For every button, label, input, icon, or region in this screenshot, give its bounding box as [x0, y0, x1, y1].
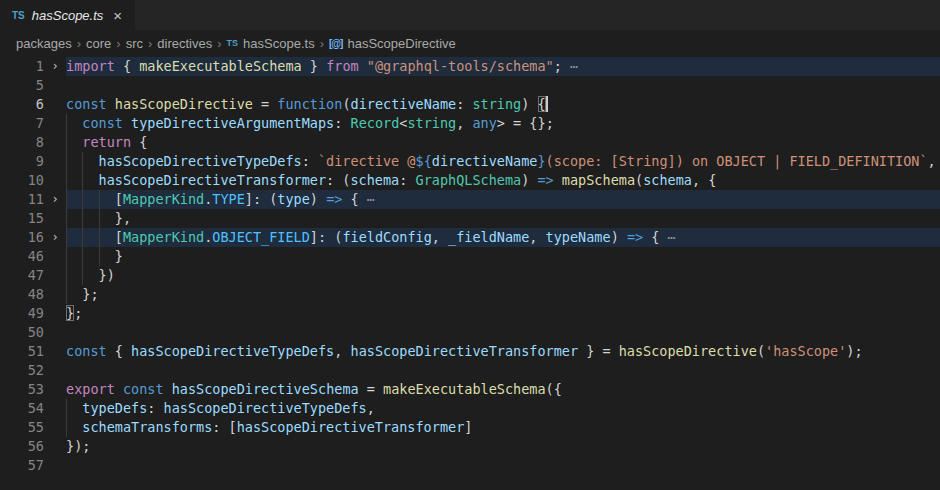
line-number[interactable]: 7 [0, 114, 44, 133]
breadcrumb-item-hasscopedirective[interactable]: [@]hasScopeDirective [329, 36, 456, 51]
fold-gutter [44, 456, 66, 475]
code-line[interactable]: 11›[MapperKind.TYPE]: (type) => { ⋯ [0, 190, 940, 209]
indent-guide [82, 266, 98, 285]
code-token: hasScopeDirective [115, 96, 253, 112]
tab-hasscope-ts[interactable]: TS hasScope.ts × [0, 0, 135, 30]
code-line-content[interactable]: hasScopeDirectiveTransformer: (schema: G… [66, 171, 940, 190]
code-token: const [66, 343, 107, 359]
code-line-content[interactable]: [MapperKind.TYPE]: (type) => { ⋯ [66, 190, 940, 209]
breadcrumb-separator: › [148, 36, 152, 51]
code-line-content[interactable]: return { [66, 133, 940, 152]
fold-gutter [44, 304, 66, 323]
code-line[interactable]: 1›import { makeExecutableSchema } from "… [0, 57, 940, 76]
code-line-content[interactable]: typeDefs: hasScopeDirectiveTypeDefs, [66, 399, 940, 418]
code-line-content[interactable] [66, 76, 940, 95]
line-number[interactable]: 1 [0, 57, 44, 76]
code-line[interactable]: 48}; [0, 285, 940, 304]
code-line-content[interactable]: [MapperKind.OBJECT_FIELD]: (fieldConfig,… [66, 228, 940, 247]
line-number[interactable]: 56 [0, 437, 44, 456]
line-number[interactable]: 52 [0, 361, 44, 380]
line-number[interactable]: 10 [0, 171, 44, 190]
folded-code-ellipsis[interactable]: ⋯ [668, 229, 675, 245]
line-number[interactable]: 16 [0, 228, 44, 247]
indent-guide [66, 285, 82, 304]
code-line[interactable]: 10hasScopeDirectiveTransformer: (schema:… [0, 171, 940, 190]
line-number[interactable]: 51 [0, 342, 44, 361]
line-number[interactable]: 53 [0, 380, 44, 399]
code-line-content[interactable] [66, 361, 940, 380]
code-line[interactable]: 53export const hasScopeDirectiveSchema =… [0, 380, 940, 399]
code-line-content[interactable]: const { hasScopeDirectiveTypeDefs, hasSc… [66, 342, 940, 361]
code-line[interactable]: 46} [0, 247, 940, 266]
code-token: hasScopeDirectiveTypeDefs [164, 400, 367, 416]
code-line-content[interactable]: const typeDirectiveArgumentMaps: Record<… [66, 114, 940, 133]
indent-guide [99, 190, 115, 209]
code-token: typeDirectiveArgumentMaps [131, 115, 334, 131]
code-line[interactable]: 15}, [0, 209, 940, 228]
line-number[interactable]: 54 [0, 399, 44, 418]
line-number[interactable]: 48 [0, 285, 44, 304]
code-line-content[interactable]: }); [66, 437, 940, 456]
line-number[interactable]: 50 [0, 323, 44, 342]
code-line[interactable]: 56}); [0, 437, 940, 456]
code-line-content[interactable]: }, [66, 209, 940, 228]
code-token: hasScopeDirectiveTransformer [237, 419, 465, 435]
breadcrumb-item-packages[interactable]: packages [16, 36, 72, 51]
indent-guide [99, 228, 115, 247]
code-line[interactable]: 47}) [0, 266, 940, 285]
code-line[interactable]: 57 [0, 456, 940, 475]
code-line-content[interactable] [66, 323, 940, 342]
code-area[interactable]: 1›import { makeExecutableSchema } from "… [0, 56, 940, 490]
code-line-content[interactable]: const hasScopeDirective = function(direc… [66, 95, 940, 114]
fold-collapsed-icon[interactable]: › [44, 228, 66, 247]
code-line[interactable]: 49}; [0, 304, 940, 323]
code-line-content[interactable]: }; [66, 304, 940, 323]
folded-code-ellipsis[interactable]: ⋯ [367, 191, 374, 207]
code-line[interactable]: 55schemaTransforms: [hasScopeDirectiveTr… [0, 418, 940, 437]
fold-gutter [44, 114, 66, 133]
breadcrumb-item-core[interactable]: core [86, 36, 111, 51]
line-number[interactable]: 8 [0, 133, 44, 152]
fold-collapsed-icon[interactable]: › [44, 57, 66, 76]
code-line[interactable]: 6const hasScopeDirective = function(dire… [0, 95, 940, 114]
indent-guide [66, 418, 82, 437]
code-line[interactable]: 50 [0, 323, 940, 342]
text-cursor [546, 96, 548, 112]
code-line[interactable]: 16›[MapperKind.OBJECT_FIELD]: (fieldConf… [0, 228, 940, 247]
line-number[interactable]: 46 [0, 247, 44, 266]
indent-guide [66, 209, 82, 228]
breadcrumb-item-src[interactable]: src [126, 36, 143, 51]
code-line-content[interactable]: import { makeExecutableSchema } from "@g… [66, 57, 940, 76]
code-token: , [334, 343, 350, 359]
line-number[interactable]: 57 [0, 456, 44, 475]
code-line[interactable]: 8return { [0, 133, 940, 152]
code-line-content[interactable]: }; [66, 285, 940, 304]
code-line[interactable]: 54typeDefs: hasScopeDirectiveTypeDefs, [0, 399, 940, 418]
line-number[interactable]: 5 [0, 76, 44, 95]
code-line-content[interactable]: }) [66, 266, 940, 285]
breadcrumb-item-directives[interactable]: directives [157, 36, 212, 51]
line-number[interactable]: 47 [0, 266, 44, 285]
code-line[interactable]: 51const { hasScopeDirectiveTypeDefs, has… [0, 342, 940, 361]
code-line-content[interactable]: export const hasScopeDirectiveSchema = m… [66, 380, 940, 399]
line-number[interactable]: 6 [0, 95, 44, 114]
breadcrumb-item-hasscope-ts[interactable]: TShasScope.ts [227, 36, 315, 51]
fold-collapsed-icon[interactable]: › [44, 190, 66, 209]
code-token: [ [115, 191, 123, 207]
code-line-content[interactable]: } [66, 247, 940, 266]
code-line-content[interactable]: hasScopeDirectiveTypeDefs: `directive @$… [66, 152, 940, 171]
line-number[interactable]: 49 [0, 304, 44, 323]
code-line[interactable]: 9hasScopeDirectiveTypeDefs: `directive @… [0, 152, 940, 171]
code-token: hasScopeDirectiveTypeDefs [131, 343, 334, 359]
line-number[interactable]: 9 [0, 152, 44, 171]
close-tab-icon[interactable]: × [110, 7, 125, 24]
code-line-content[interactable] [66, 456, 940, 475]
line-number[interactable]: 15 [0, 209, 44, 228]
line-number[interactable]: 11 [0, 190, 44, 209]
line-number[interactable]: 55 [0, 418, 44, 437]
folded-code-ellipsis[interactable]: ⋯ [570, 58, 577, 74]
code-line[interactable]: 5 [0, 76, 940, 95]
code-line[interactable]: 52 [0, 361, 940, 380]
code-line-content[interactable]: schemaTransforms: [hasScopeDirectiveTran… [66, 418, 940, 437]
code-line[interactable]: 7const typeDirectiveArgumentMaps: Record… [0, 114, 940, 133]
